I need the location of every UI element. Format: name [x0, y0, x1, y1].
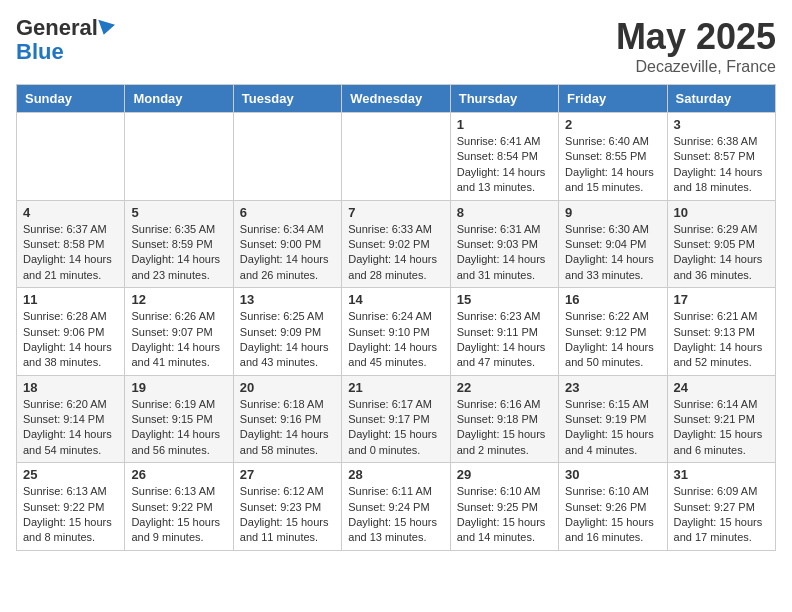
calendar-cell: 21Sunrise: 6:17 AMSunset: 9:17 PMDayligh…: [342, 375, 450, 463]
day-info: Sunrise: 6:22 AMSunset: 9:12 PMDaylight:…: [565, 309, 660, 371]
day-info: Sunrise: 6:28 AMSunset: 9:06 PMDaylight:…: [23, 309, 118, 371]
day-info: Sunrise: 6:10 AMSunset: 9:25 PMDaylight:…: [457, 484, 552, 546]
calendar-cell: [125, 113, 233, 201]
day-number: 3: [674, 117, 769, 132]
day-info: Sunrise: 6:37 AMSunset: 8:58 PMDaylight:…: [23, 222, 118, 284]
day-info: Sunrise: 6:11 AMSunset: 9:24 PMDaylight:…: [348, 484, 443, 546]
day-info: Sunrise: 6:34 AMSunset: 9:00 PMDaylight:…: [240, 222, 335, 284]
day-info: Sunrise: 6:29 AMSunset: 9:05 PMDaylight:…: [674, 222, 769, 284]
calendar-cell: 26Sunrise: 6:13 AMSunset: 9:22 PMDayligh…: [125, 463, 233, 551]
month-title: May 2025: [616, 16, 776, 58]
day-number: 4: [23, 205, 118, 220]
calendar-header-row: SundayMondayTuesdayWednesdayThursdayFrid…: [17, 85, 776, 113]
day-number: 20: [240, 380, 335, 395]
column-header-monday: Monday: [125, 85, 233, 113]
calendar-cell: [233, 113, 341, 201]
calendar-cell: 9Sunrise: 6:30 AMSunset: 9:04 PMDaylight…: [559, 200, 667, 288]
calendar-cell: 30Sunrise: 6:10 AMSunset: 9:26 PMDayligh…: [559, 463, 667, 551]
location-title: Decazeville, France: [616, 58, 776, 76]
day-number: 12: [131, 292, 226, 307]
column-header-saturday: Saturday: [667, 85, 775, 113]
page-header: General Blue May 2025 Decazeville, Franc…: [16, 16, 776, 76]
day-number: 18: [23, 380, 118, 395]
day-number: 25: [23, 467, 118, 482]
calendar-cell: 15Sunrise: 6:23 AMSunset: 9:11 PMDayligh…: [450, 288, 558, 376]
calendar-cell: 11Sunrise: 6:28 AMSunset: 9:06 PMDayligh…: [17, 288, 125, 376]
day-info: Sunrise: 6:38 AMSunset: 8:57 PMDaylight:…: [674, 134, 769, 196]
calendar-week-row: 1Sunrise: 6:41 AMSunset: 8:54 PMDaylight…: [17, 113, 776, 201]
column-header-thursday: Thursday: [450, 85, 558, 113]
day-info: Sunrise: 6:20 AMSunset: 9:14 PMDaylight:…: [23, 397, 118, 459]
day-info: Sunrise: 6:13 AMSunset: 9:22 PMDaylight:…: [131, 484, 226, 546]
calendar-cell: [17, 113, 125, 201]
logo-arrow-icon: [98, 17, 117, 35]
day-info: Sunrise: 6:12 AMSunset: 9:23 PMDaylight:…: [240, 484, 335, 546]
day-info: Sunrise: 6:15 AMSunset: 9:19 PMDaylight:…: [565, 397, 660, 459]
calendar-cell: 10Sunrise: 6:29 AMSunset: 9:05 PMDayligh…: [667, 200, 775, 288]
calendar-cell: 19Sunrise: 6:19 AMSunset: 9:15 PMDayligh…: [125, 375, 233, 463]
day-number: 27: [240, 467, 335, 482]
day-number: 13: [240, 292, 335, 307]
day-number: 21: [348, 380, 443, 395]
calendar-cell: 18Sunrise: 6:20 AMSunset: 9:14 PMDayligh…: [17, 375, 125, 463]
logo: General Blue: [16, 16, 115, 64]
day-info: Sunrise: 6:30 AMSunset: 9:04 PMDaylight:…: [565, 222, 660, 284]
day-info: Sunrise: 6:24 AMSunset: 9:10 PMDaylight:…: [348, 309, 443, 371]
calendar-cell: 27Sunrise: 6:12 AMSunset: 9:23 PMDayligh…: [233, 463, 341, 551]
day-number: 23: [565, 380, 660, 395]
day-info: Sunrise: 6:13 AMSunset: 9:22 PMDaylight:…: [23, 484, 118, 546]
day-number: 5: [131, 205, 226, 220]
day-info: Sunrise: 6:23 AMSunset: 9:11 PMDaylight:…: [457, 309, 552, 371]
day-info: Sunrise: 6:25 AMSunset: 9:09 PMDaylight:…: [240, 309, 335, 371]
calendar-cell: 1Sunrise: 6:41 AMSunset: 8:54 PMDaylight…: [450, 113, 558, 201]
calendar-cell: 29Sunrise: 6:10 AMSunset: 9:25 PMDayligh…: [450, 463, 558, 551]
logo-general: General: [16, 16, 98, 40]
calendar-week-row: 11Sunrise: 6:28 AMSunset: 9:06 PMDayligh…: [17, 288, 776, 376]
day-number: 26: [131, 467, 226, 482]
day-info: Sunrise: 6:16 AMSunset: 9:18 PMDaylight:…: [457, 397, 552, 459]
day-number: 16: [565, 292, 660, 307]
day-number: 11: [23, 292, 118, 307]
calendar-cell: 8Sunrise: 6:31 AMSunset: 9:03 PMDaylight…: [450, 200, 558, 288]
column-header-tuesday: Tuesday: [233, 85, 341, 113]
day-number: 6: [240, 205, 335, 220]
calendar-cell: 5Sunrise: 6:35 AMSunset: 8:59 PMDaylight…: [125, 200, 233, 288]
calendar-cell: 28Sunrise: 6:11 AMSunset: 9:24 PMDayligh…: [342, 463, 450, 551]
day-info: Sunrise: 6:41 AMSunset: 8:54 PMDaylight:…: [457, 134, 552, 196]
calendar-week-row: 18Sunrise: 6:20 AMSunset: 9:14 PMDayligh…: [17, 375, 776, 463]
calendar-table: SundayMondayTuesdayWednesdayThursdayFrid…: [16, 84, 776, 551]
day-info: Sunrise: 6:19 AMSunset: 9:15 PMDaylight:…: [131, 397, 226, 459]
day-info: Sunrise: 6:09 AMSunset: 9:27 PMDaylight:…: [674, 484, 769, 546]
day-info: Sunrise: 6:26 AMSunset: 9:07 PMDaylight:…: [131, 309, 226, 371]
day-info: Sunrise: 6:31 AMSunset: 9:03 PMDaylight:…: [457, 222, 552, 284]
day-number: 22: [457, 380, 552, 395]
day-info: Sunrise: 6:33 AMSunset: 9:02 PMDaylight:…: [348, 222, 443, 284]
day-number: 30: [565, 467, 660, 482]
logo-blue: Blue: [16, 39, 64, 64]
calendar-cell: 13Sunrise: 6:25 AMSunset: 9:09 PMDayligh…: [233, 288, 341, 376]
calendar-cell: 20Sunrise: 6:18 AMSunset: 9:16 PMDayligh…: [233, 375, 341, 463]
calendar-week-row: 25Sunrise: 6:13 AMSunset: 9:22 PMDayligh…: [17, 463, 776, 551]
column-header-friday: Friday: [559, 85, 667, 113]
day-info: Sunrise: 6:40 AMSunset: 8:55 PMDaylight:…: [565, 134, 660, 196]
day-number: 1: [457, 117, 552, 132]
calendar-cell: 24Sunrise: 6:14 AMSunset: 9:21 PMDayligh…: [667, 375, 775, 463]
day-info: Sunrise: 6:35 AMSunset: 8:59 PMDaylight:…: [131, 222, 226, 284]
calendar-cell: 22Sunrise: 6:16 AMSunset: 9:18 PMDayligh…: [450, 375, 558, 463]
day-number: 24: [674, 380, 769, 395]
column-header-sunday: Sunday: [17, 85, 125, 113]
calendar-cell: 16Sunrise: 6:22 AMSunset: 9:12 PMDayligh…: [559, 288, 667, 376]
calendar-cell: 17Sunrise: 6:21 AMSunset: 9:13 PMDayligh…: [667, 288, 775, 376]
calendar-cell: 31Sunrise: 6:09 AMSunset: 9:27 PMDayligh…: [667, 463, 775, 551]
day-info: Sunrise: 6:10 AMSunset: 9:26 PMDaylight:…: [565, 484, 660, 546]
calendar-cell: 12Sunrise: 6:26 AMSunset: 9:07 PMDayligh…: [125, 288, 233, 376]
day-number: 10: [674, 205, 769, 220]
calendar-cell: 25Sunrise: 6:13 AMSunset: 9:22 PMDayligh…: [17, 463, 125, 551]
day-number: 2: [565, 117, 660, 132]
day-number: 15: [457, 292, 552, 307]
day-info: Sunrise: 6:17 AMSunset: 9:17 PMDaylight:…: [348, 397, 443, 459]
day-number: 9: [565, 205, 660, 220]
calendar-cell: 2Sunrise: 6:40 AMSunset: 8:55 PMDaylight…: [559, 113, 667, 201]
calendar-week-row: 4Sunrise: 6:37 AMSunset: 8:58 PMDaylight…: [17, 200, 776, 288]
calendar-cell: 7Sunrise: 6:33 AMSunset: 9:02 PMDaylight…: [342, 200, 450, 288]
